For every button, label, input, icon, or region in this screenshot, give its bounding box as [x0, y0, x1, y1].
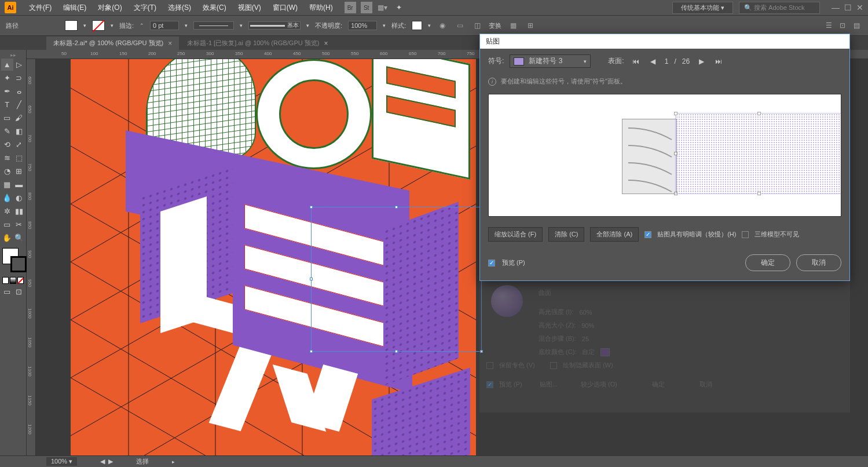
mapped-symbol-selection[interactable] [675, 113, 841, 194]
hand-tool[interactable]: ✋ [1, 232, 13, 244]
stock-icon[interactable]: St [361, 2, 372, 13]
type-tool[interactable]: T [1, 98, 13, 111]
curvature-tool[interactable]: ⴰ [13, 85, 25, 97]
zoom-level[interactable]: 100% ▾ [46, 457, 77, 466]
menu-object[interactable]: 对象(O) [92, 3, 127, 13]
zoom-tool[interactable]: 🔍 [13, 232, 25, 244]
style-swatch[interactable] [412, 21, 422, 30]
prev-surface-button[interactable]: ◀ [647, 56, 659, 67]
next-surface-button[interactable]: ▶ [695, 56, 707, 67]
gpu-icon[interactable]: ✦ [393, 2, 405, 13]
surface-total: 26 [682, 57, 690, 65]
stroke-profile[interactable] [193, 21, 234, 30]
nav-next-button[interactable]: ▶ [108, 458, 113, 465]
draw-mode-icon[interactable]: ⊡ [13, 286, 25, 298]
close-icon[interactable]: × [324, 39, 328, 48]
none-mode-icon[interactable] [17, 277, 24, 284]
panel-icon3[interactable]: ▤ [851, 20, 862, 31]
close-icon[interactable]: × [168, 39, 172, 48]
transform-icon2[interactable]: ⊞ [525, 20, 536, 31]
symbol-dropdown[interactable]: 新建符号 3▾ [510, 54, 591, 68]
panel-icon2[interactable]: ⊡ [837, 20, 848, 31]
close-button[interactable]: ✕ [856, 3, 863, 12]
eraser-tool[interactable]: ◧ [13, 125, 25, 137]
map-preview[interactable] [488, 94, 841, 217]
mesh-tool[interactable]: ▦ [1, 178, 13, 191]
selection-tool[interactable]: ▲ [1, 59, 13, 71]
panel-icon1[interactable]: ☰ [823, 20, 834, 31]
maximize-button[interactable]: ☐ [844, 3, 852, 12]
rectangle-tool[interactable]: ▭ [1, 112, 13, 124]
menu-help[interactable]: 帮助(H) [303, 3, 339, 13]
scale-to-fit-button[interactable]: 缩放以适合 (F) [488, 227, 543, 242]
rotate-tool[interactable]: ⟲ [1, 138, 13, 151]
first-surface-button[interactable]: ⏮ [630, 56, 642, 67]
fill-swatch[interactable] [65, 20, 78, 31]
tab-active[interactable]: 未标题-2.ai* @ 100% (RGB/GPU 预览) × [46, 37, 179, 50]
dialog-title: 贴图 [480, 34, 849, 49]
graph-tool[interactable]: ▮▮ [13, 205, 25, 217]
clear-button[interactable]: 清除 (C) [548, 227, 584, 242]
gradient-mode-icon[interactable] [10, 277, 16, 284]
slice-tool[interactable]: ✂ [13, 218, 25, 231]
color-mode-icon[interactable] [2, 277, 9, 284]
eyedropper-tool[interactable]: 💧 [1, 192, 13, 204]
direct-selection-tool[interactable]: ▷ [13, 59, 25, 71]
scale-tool[interactable]: ⤢ [13, 138, 25, 151]
menu-view[interactable]: 视图(V) [232, 3, 267, 13]
blend-tool[interactable]: ◐ [13, 192, 25, 204]
stroke-label: 描边: [119, 21, 134, 30]
menu-type[interactable]: 文字(T) [128, 3, 162, 13]
top-menu-bar: Ai 文件(F) 编辑(E) 对象(O) 文字(T) 选择(S) 效果(C) 视… [0, 0, 868, 15]
shaper-tool[interactable]: ✎ [1, 125, 13, 137]
opacity-input[interactable] [348, 21, 377, 30]
tool-status: 选择 [136, 457, 149, 466]
align-icon[interactable]: ▭ [454, 20, 466, 31]
menu-window[interactable]: 窗口(W) [267, 3, 303, 13]
surface-current: 1 [665, 57, 669, 65]
invisible-checkbox[interactable] [742, 231, 749, 238]
paintbrush-tool[interactable]: 🖌 [13, 112, 25, 124]
artboard-tool[interactable]: ▭ [1, 218, 13, 231]
stroke-swatch[interactable] [92, 20, 105, 31]
tab-inactive[interactable]: 未标题-1 [已恢复].ai @ 100% (RGB/GPU 预览) × [180, 37, 335, 50]
free-transform-tool[interactable]: ⬚ [13, 152, 25, 164]
cancel-button[interactable]: 取消 [796, 254, 841, 271]
nav-prev-button[interactable]: ◀ [100, 458, 105, 465]
vertical-ruler: 6006507007508008509009501000105011001150… [27, 59, 36, 467]
app-logo: Ai [5, 2, 16, 13]
menu-file[interactable]: 文件(F) [23, 3, 57, 13]
symbol-sprayer-tool[interactable]: ✲ [1, 205, 13, 217]
transform-label: 变换 [489, 21, 501, 30]
screen-mode-icon[interactable]: ▭ [1, 286, 13, 298]
ok-button[interactable]: 确定 [745, 254, 790, 271]
line-tool[interactable]: ╱ [13, 98, 25, 111]
menu-effect[interactable]: 效果(C) [197, 3, 232, 13]
workspace-dropdown[interactable]: 传统基本功能 ▾ [672, 2, 733, 14]
clear-all-button[interactable]: 全部清除 (A) [590, 227, 639, 242]
brush-def[interactable]: 基本 [248, 21, 301, 30]
arrange-docs-icon[interactable]: ▦▾ [377, 2, 389, 13]
shape-icon[interactable]: ◫ [471, 20, 483, 31]
magic-wand-tool[interactable]: ✦ [1, 72, 13, 84]
shade-checkbox[interactable]: ✓ [644, 231, 651, 238]
preview-checkbox[interactable]: ✓ [488, 260, 495, 267]
search-input[interactable]: 🔍 搜索 Adobe Stock [739, 2, 820, 14]
perspective-tool[interactable]: ⊞ [13, 165, 25, 177]
shape-builder-tool[interactable]: ◔ [1, 165, 13, 177]
last-surface-button[interactable]: ⏭ [713, 56, 724, 67]
pen-tool[interactable]: ✒ [1, 85, 13, 97]
artboard [71, 59, 476, 465]
menu-edit[interactable]: 编辑(E) [57, 3, 92, 13]
width-tool[interactable]: ≋ [1, 152, 13, 164]
status-bar: 100% ▾ ◀ ▶ 选择 ▸ [0, 455, 868, 467]
gradient-tool[interactable]: ▬ [13, 178, 25, 191]
minimize-button[interactable]: — [832, 3, 840, 12]
recolor-icon[interactable]: ◉ [437, 20, 448, 31]
transform-icon1[interactable]: ▦ [507, 20, 519, 31]
fill-stroke-indicator[interactable] [2, 248, 27, 272]
bridge-icon[interactable]: Br [345, 2, 356, 13]
menu-select[interactable]: 选择(S) [162, 3, 197, 13]
stroke-weight-input[interactable] [150, 21, 179, 30]
lasso-tool[interactable]: ⊃ [13, 72, 25, 84]
